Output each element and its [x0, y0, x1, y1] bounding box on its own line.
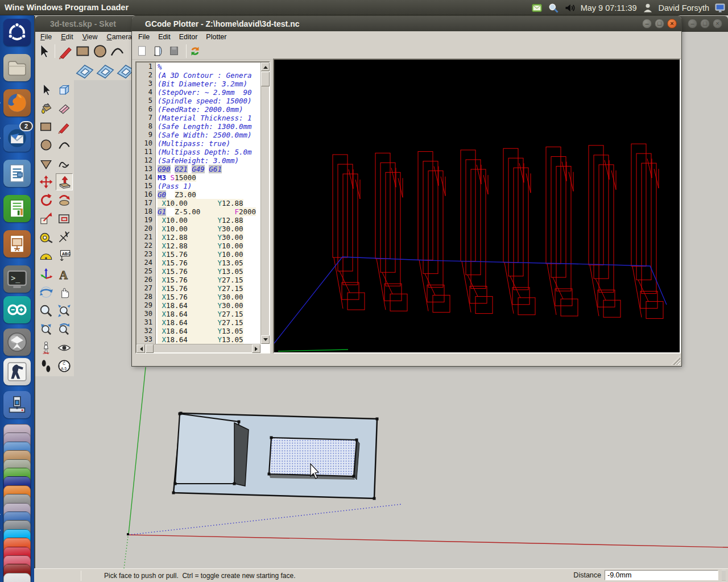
scroll-up-button[interactable] — [261, 63, 270, 71]
gcode-plot-view[interactable] — [273, 59, 681, 354]
dock-item-firefox[interactable] — [3, 89, 31, 117]
dock-item-arduino[interactable] — [3, 296, 31, 323]
tool-pushpull-button[interactable] — [56, 173, 73, 190]
tool-pan-button[interactable] — [56, 284, 73, 301]
tool-eraser-button[interactable] — [56, 99, 73, 117]
help-icon[interactable] — [89, 571, 100, 581]
dock-item-cstrike[interactable] — [3, 358, 31, 385]
scroll-right-button[interactable] — [252, 344, 260, 353]
tool-zoomwin-button[interactable] — [56, 302, 73, 319]
dock-item-impress[interactable] — [3, 230, 31, 257]
editor-vertical-scrollbar[interactable] — [260, 63, 269, 344]
sandbox-tool-2-button[interactable] — [95, 61, 115, 80]
model-info-icon[interactable] — [51, 571, 61, 581]
reload-button[interactable] — [189, 45, 201, 57]
tool-followme-button[interactable] — [56, 192, 73, 209]
tool-circle-button[interactable] — [38, 136, 55, 153]
gcode-minimize-button[interactable]: – — [642, 19, 652, 28]
dock-item-terminal[interactable]: >_ — [3, 265, 31, 293]
tool-3dtext-button[interactable]: A — [56, 265, 73, 282]
tool-axes-button[interactable] — [38, 265, 55, 282]
gcode-menu-edit[interactable]: Edit — [158, 33, 171, 41]
measurement-input[interactable] — [605, 570, 718, 580]
stack-scroll-arrow[interactable] — [0, 512, 3, 517]
tool-freehand-button[interactable] — [56, 155, 73, 172]
menu-file[interactable]: File — [40, 33, 52, 41]
menu-edit[interactable]: Edit — [61, 33, 73, 41]
volume-icon[interactable] — [564, 2, 576, 14]
pushpull-icon — [57, 175, 72, 190]
gcode-titlebar[interactable]: GCode Plotter - Z:\home\david\3d-test.nc… — [132, 16, 681, 31]
menu-view[interactable]: View — [82, 33, 98, 41]
credits-icon[interactable] — [65, 571, 75, 581]
clock[interactable]: May 9 07:11:39 — [581, 3, 637, 13]
tool-text-button[interactable]: ABC — [56, 247, 73, 264]
dock-item-folder[interactable] — [3, 54, 31, 81]
gcode-maximize-button[interactable]: □ — [655, 19, 664, 28]
user-name[interactable]: David Forsyth — [659, 3, 709, 13]
tool-rectangle-button[interactable] — [38, 118, 55, 135]
dock-item-thunderbird[interactable]: 2 — [3, 124, 31, 152]
dock-item-cnc[interactable] — [3, 391, 31, 418]
monitor-icon[interactable] — [714, 2, 726, 14]
tool-protractor-button[interactable] — [38, 247, 55, 264]
tool-component-button[interactable] — [56, 81, 73, 98]
tool-select-button[interactable] — [38, 81, 55, 98]
tool-zoomnext-button[interactable] — [56, 321, 73, 338]
tool-zoom-button[interactable] — [38, 302, 55, 319]
gcode-close-button[interactable]: × — [667, 19, 677, 28]
editor-horizontal-scrollbar[interactable] — [136, 344, 260, 352]
sketchup-minimize-button[interactable]: – — [688, 19, 697, 28]
stack-scroll-arrow[interactable] — [0, 527, 3, 533]
tool-posecam-button[interactable] — [38, 339, 55, 356]
scroll-down-button[interactable] — [261, 335, 270, 344]
new-button[interactable] — [136, 45, 148, 57]
tool-move-button[interactable] — [38, 173, 55, 190]
tool-polygon-button[interactable] — [38, 155, 55, 172]
dock-item-butterfly[interactable] — [3, 329, 31, 356]
line-number: 21 — [136, 233, 156, 242]
gcode-menu-plotter[interactable]: Plotter — [206, 33, 226, 41]
user-icon[interactable] — [642, 2, 653, 14]
sketchup-maximize-button[interactable]: □ — [700, 19, 710, 28]
tool-arc-button[interactable] — [56, 136, 73, 153]
save-button[interactable] — [168, 45, 180, 57]
hscroll-thumb[interactable] — [146, 344, 154, 353]
tool-dimension-button[interactable]: 3 — [56, 228, 73, 246]
gcode-editor[interactable]: 1%2(A 3D Contour : Genera3(Bit Diameter:… — [135, 61, 270, 354]
dock-item-writer[interactable] — [3, 160, 31, 187]
vscroll-thumb[interactable] — [261, 72, 270, 86]
tool-arc-button[interactable] — [109, 43, 126, 60]
resize-grip[interactable] — [671, 356, 680, 365]
tool-line-button[interactable] — [57, 43, 75, 60]
tool-rectangle-button[interactable] — [75, 43, 92, 60]
mail-icon[interactable] — [531, 2, 543, 14]
tool-rotate-button[interactable] — [38, 192, 55, 209]
tool-line-button[interactable] — [56, 118, 73, 135]
open-button[interactable] — [152, 45, 164, 57]
tool-section-button[interactable]: CA-5 — [56, 357, 73, 375]
dock-item-calc[interactable] — [3, 195, 31, 222]
dock-stack-item[interactable] — [3, 573, 31, 582]
geolocation-icon[interactable] — [38, 571, 48, 581]
tool-offset-button[interactable] — [56, 210, 73, 227]
gcode-menu-file[interactable]: File — [138, 33, 150, 41]
tool-look-button[interactable] — [56, 339, 73, 356]
sandbox-tool-1-button[interactable] — [75, 61, 95, 80]
tool-select-button[interactable] — [35, 43, 52, 60]
gcode-menu-editor[interactable]: Editor — [179, 33, 198, 41]
tool-paint-button[interactable] — [38, 99, 55, 117]
scroll-left-button[interactable] — [136, 344, 145, 353]
tool-circle-button[interactable] — [92, 43, 109, 60]
menu-camera[interactable]: Camera — [107, 33, 132, 41]
tool-walk-button[interactable] — [38, 357, 55, 375]
tool-tape-button[interactable] — [38, 228, 55, 246]
gcode-text[interactable]: 1%2(A 3D Contour : Genera3(Bit Diameter:… — [136, 63, 260, 344]
sketchup-close-button[interactable]: × — [713, 19, 722, 28]
measurement-grip[interactable] — [722, 570, 726, 580]
tool-scale-button[interactable] — [38, 210, 55, 227]
dock-item-ubuntu[interactable] — [3, 19, 31, 46]
tool-zoomext-button[interactable] — [38, 321, 55, 338]
search-icon[interactable] — [548, 2, 559, 14]
tool-orbit-button[interactable] — [38, 284, 55, 301]
